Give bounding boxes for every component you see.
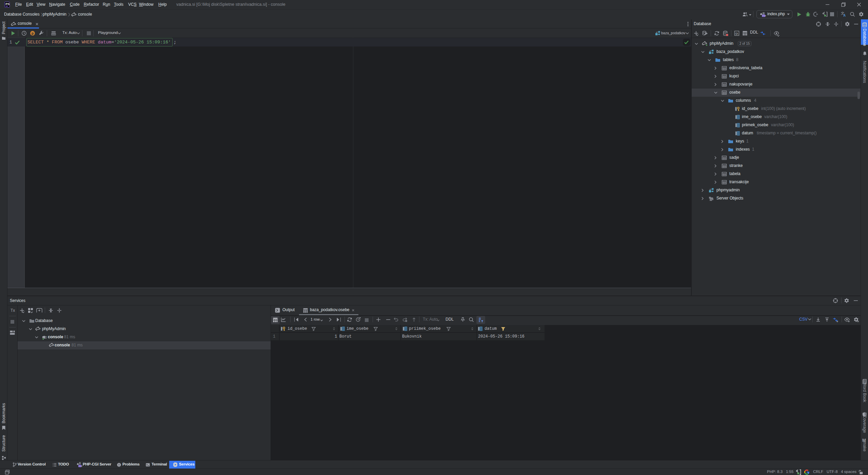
svg-text:QL: QL xyxy=(735,32,738,35)
svg-text:PHP: PHP xyxy=(762,15,766,17)
svg-text:p: p xyxy=(32,32,34,35)
svg-text:PHP: PHP xyxy=(79,465,83,467)
svg-text:A: A xyxy=(843,14,846,17)
